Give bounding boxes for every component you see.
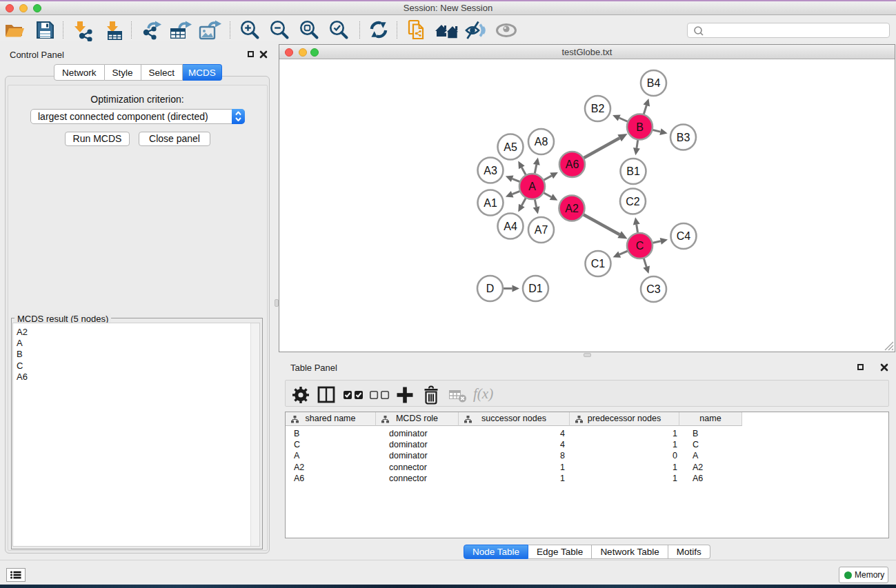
svg-text:C4: C4 — [677, 230, 691, 242]
svg-text:A8: A8 — [535, 136, 548, 148]
svg-text:A4: A4 — [504, 221, 517, 232]
svg-text:A2: A2 — [565, 203, 579, 214]
svg-text:D1: D1 — [528, 283, 543, 294]
svg-text:A5: A5 — [504, 141, 517, 153]
svg-text:A3: A3 — [484, 165, 497, 176]
svg-text:B1: B1 — [626, 165, 640, 177]
svg-text:A1: A1 — [484, 197, 497, 209]
svg-text:D: D — [486, 283, 495, 294]
svg-text:B3: B3 — [677, 132, 690, 143]
svg-text:A6: A6 — [566, 159, 579, 170]
svg-text:C2: C2 — [626, 196, 640, 207]
svg-text:A: A — [528, 181, 536, 192]
svg-text:A7: A7 — [535, 224, 548, 236]
svg-text:B: B — [636, 121, 644, 133]
svg-text:C3: C3 — [646, 283, 661, 295]
svg-text:C1: C1 — [591, 258, 606, 270]
svg-text:B4: B4 — [647, 77, 661, 89]
svg-text:B2: B2 — [591, 103, 605, 114]
svg-text:C: C — [636, 240, 644, 252]
